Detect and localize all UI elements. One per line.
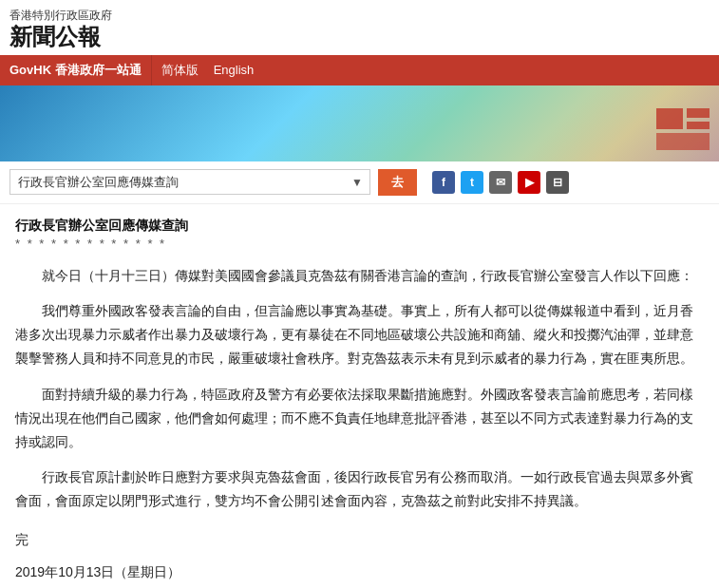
nav-simplified[interactable]: 简体版: [161, 62, 199, 79]
banner: [0, 85, 719, 161]
youtube-icon[interactable]: ▶: [518, 171, 540, 194]
svg-rect-1: [687, 108, 710, 118]
article-paragraph-4: 行政長官原計劃於昨日應對方要求與克魯茲會面，後因行政長官另有公務而取消。一如行政…: [15, 465, 704, 513]
article-end-mark: 完: [15, 528, 704, 552]
select-wrapper: 行政長官辦公室回應傳媒查詢 ▼: [9, 169, 370, 195]
nav-english[interactable]: English: [214, 63, 255, 77]
article-paragraph-3: 面對持續升級的暴力行為，特區政府及警方有必要依法採取果斷措施應對。外國政客發表言…: [15, 383, 704, 455]
banner-logo: [654, 106, 711, 154]
svg-rect-3: [656, 133, 710, 150]
header-title: 新聞公報: [9, 24, 710, 51]
facebook-icon[interactable]: f: [432, 171, 455, 194]
print-icon[interactable]: ⊟: [546, 171, 569, 194]
header-subtitle: 香港特別行政區政府: [9, 8, 710, 24]
go-button[interactable]: 去: [378, 169, 417, 196]
twitter-icon[interactable]: t: [461, 171, 483, 194]
article-paragraph-2: 我們尊重外國政客發表言論的自由，但言論應以事實為基礎。事實上，所有人都可以從傳媒…: [15, 299, 704, 371]
svg-rect-2: [687, 122, 710, 129]
article-footer: 完 2019年10月13日（星期日） 香港時間18時35分: [15, 528, 704, 588]
social-icons: f t ✉ ▶ ⊟: [432, 171, 569, 194]
header: 香港特別行政區政府 新聞公報: [0, 0, 719, 55]
nav-links: 简体版 English: [152, 62, 264, 79]
nav-govhk-label[interactable]: GovHK 香港政府一站通: [0, 55, 152, 85]
article-title: 行政長官辦公室回應傳媒查詢: [15, 218, 704, 235]
nav-bar: GovHK 香港政府一站通 简体版 English: [0, 55, 719, 85]
article-paragraph-1: 就今日（十月十三日）傳媒對美國國會參議員克魯茲有關香港言論的查詢，行政長官辦公室…: [15, 264, 704, 288]
article-date: 2019年10月13日（星期日）: [15, 560, 704, 584]
toolbar: 行政長官辦公室回應傳媒查詢 ▼ 去 f t ✉ ▶ ⊟: [0, 161, 719, 204]
svg-rect-0: [656, 108, 683, 129]
stars-divider: * * * * * * * * * * * * *: [15, 237, 704, 251]
content: 行政長官辦公室回應傳媒查詢 * * * * * * * * * * * * * …: [0, 204, 719, 588]
email-icon[interactable]: ✉: [489, 171, 512, 194]
department-select[interactable]: 行政長官辦公室回應傳媒查詢: [9, 169, 370, 195]
article-body: 就今日（十月十三日）傳媒對美國國會參議員克魯茲有關香港言論的查詢，行政長官辦公室…: [15, 264, 704, 514]
